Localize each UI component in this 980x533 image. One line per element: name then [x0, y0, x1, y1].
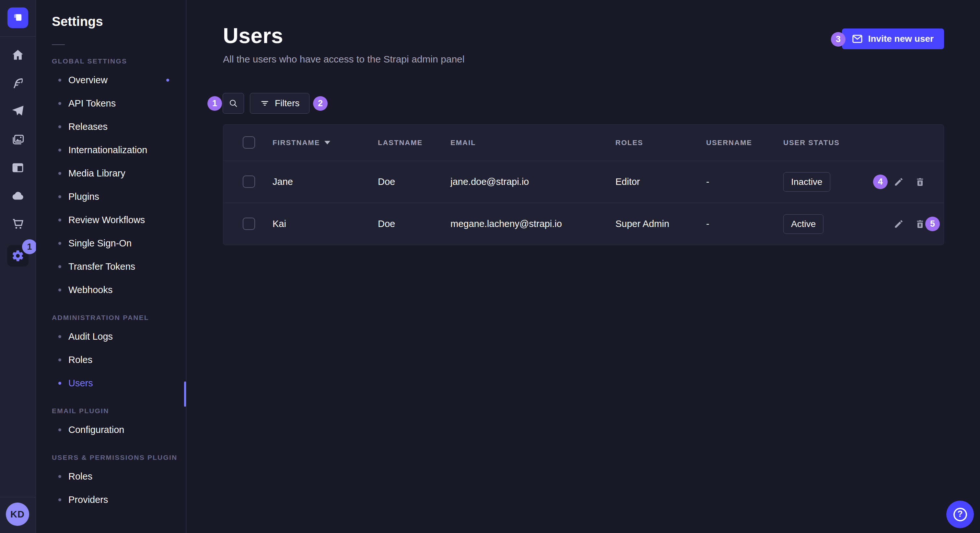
column-header-user-status[interactable]: User status [783, 139, 880, 147]
active-item-indicator [184, 381, 186, 407]
home-icon[interactable] [11, 48, 25, 62]
row-checkbox[interactable] [243, 217, 255, 230]
main-nav-rail: 1 KD [0, 0, 36, 533]
cell-lastname: Doe [378, 176, 450, 187]
help-button[interactable] [946, 501, 974, 528]
sidebar-item-users[interactable]: Users [52, 371, 178, 395]
rail-divider-bottom [0, 497, 36, 497]
sidebar-item-overview[interactable]: Overview [52, 68, 178, 92]
overview-notification-dot [166, 79, 169, 82]
sidebar-item-audit-logs[interactable]: Audit Logs [52, 325, 178, 348]
media-library-icon[interactable] [11, 132, 25, 147]
sidebar-item-internationalization[interactable]: Internationalization [52, 138, 178, 162]
edit-user-button[interactable] [893, 219, 904, 230]
sidebar-item-transfer-tokens[interactable]: Transfer Tokens [52, 255, 178, 278]
cell-firstname: Jane [272, 176, 378, 187]
bullet-icon [58, 382, 61, 385]
filter-icon [260, 98, 270, 108]
sidebar-item-single-sign-on[interactable]: Single Sign-On [52, 232, 178, 255]
step-badge-3: 3 [831, 32, 845, 47]
rail-divider-top [0, 36, 36, 36]
column-header-firstname[interactable]: Firstname [272, 139, 378, 147]
sidebar-item-up-roles[interactable]: Roles [52, 465, 178, 488]
trash-icon [915, 219, 925, 229]
bullet-icon [58, 498, 61, 501]
page-subtitle: All the users who have access to the Str… [223, 54, 465, 65]
settings-gear-icon[interactable]: 1 [7, 245, 29, 266]
page-title: Users [223, 23, 283, 48]
cell-email: megane.lacheny@strapi.io [450, 219, 616, 229]
sidebar-item-review-workflows[interactable]: Review Workflows [52, 208, 178, 232]
trash-icon [915, 177, 925, 187]
cloud-icon[interactable] [11, 189, 25, 203]
column-header-lastname[interactable]: Lastname [378, 139, 450, 147]
section-label-administration-panel: Administration panel [52, 314, 178, 322]
layout-icon[interactable] [11, 160, 25, 175]
step-badge-5: 5 [925, 217, 940, 231]
bullet-icon [58, 265, 61, 268]
settings-notification-badge: 1 [22, 239, 37, 254]
strapi-logo[interactable] [8, 8, 28, 28]
envelope-icon [852, 35, 862, 43]
content-manager-icon[interactable] [11, 76, 25, 90]
sidebar-item-webhooks[interactable]: Webhooks [52, 278, 178, 301]
cell-roles: Super Admin [616, 219, 706, 229]
bullet-icon [58, 125, 61, 128]
pencil-icon [894, 219, 904, 229]
strapi-logo-icon [12, 12, 24, 24]
bullet-icon [58, 428, 61, 431]
sidebar-item-admin-roles[interactable]: Roles [52, 348, 178, 371]
toolbar: Filters [223, 93, 310, 114]
sidebar-item-api-tokens[interactable]: API Tokens [52, 92, 178, 115]
cell-username: - [706, 176, 783, 187]
bullet-icon [58, 219, 61, 222]
question-mark-icon [953, 508, 967, 521]
bullet-icon [58, 102, 61, 105]
send-plane-icon[interactable] [11, 104, 25, 119]
filters-button-label: Filters [275, 98, 299, 108]
column-header-roles[interactable]: Roles [616, 139, 706, 147]
rail-nav-items: 1 [0, 48, 36, 266]
section-label-users-permissions-plugin: Users & Permissions plugin [52, 454, 178, 462]
table-row[interactable]: Jane Doe jane.doe@strapi.io Editor - Ina… [223, 160, 944, 203]
cell-email: jane.doe@strapi.io [450, 176, 616, 187]
status-badge: Active [783, 214, 824, 234]
bullet-icon [58, 335, 61, 338]
invite-new-user-button[interactable]: Invite new user [842, 29, 944, 49]
delete-user-button[interactable] [915, 219, 926, 230]
table-row[interactable]: Kai Doe megane.lacheny@strapi.io Super A… [223, 203, 944, 245]
cell-roles: Editor [616, 176, 706, 187]
pencil-icon [894, 177, 904, 187]
marketplace-cart-icon[interactable] [11, 217, 25, 231]
cell-username: - [706, 219, 783, 229]
sidebar-item-configuration[interactable]: Configuration [52, 418, 178, 441]
delete-user-button[interactable] [915, 176, 926, 187]
step-badge-4: 4 [873, 174, 888, 189]
bullet-icon [58, 475, 61, 478]
section-label-global-settings: Global Settings [52, 57, 178, 65]
step-badge-2: 2 [313, 96, 328, 111]
sidebar-item-plugins[interactable]: Plugins [52, 185, 178, 208]
sidebar-item-providers[interactable]: Providers [52, 488, 178, 511]
sidebar-item-media-library[interactable]: Media Library [52, 162, 178, 185]
bullet-icon [58, 195, 61, 198]
section-label-email-plugin: Email plugin [52, 407, 178, 415]
edit-user-button[interactable] [893, 176, 904, 187]
bullet-icon [58, 172, 61, 175]
bullet-icon [58, 79, 61, 82]
row-checkbox[interactable] [243, 176, 255, 188]
filters-button[interactable]: Filters [250, 93, 310, 114]
column-header-email[interactable]: Email [450, 139, 616, 147]
status-badge: Inactive [783, 172, 830, 192]
strapi-admin-screen: 1 KD Settings Global Settings Overview A… [0, 0, 980, 533]
user-avatar[interactable]: KD [6, 503, 29, 526]
cell-lastname: Doe [378, 219, 450, 229]
users-table: Firstname Lastname Email Roles Username … [223, 124, 944, 245]
column-header-username[interactable]: Username [706, 139, 783, 147]
select-all-checkbox[interactable] [243, 136, 255, 149]
sort-desc-icon [325, 141, 330, 144]
bullet-icon [58, 289, 61, 292]
search-button[interactable] [223, 93, 244, 114]
sidebar-item-releases[interactable]: Releases [52, 115, 178, 138]
main-content: Users All the users who have access to t… [187, 0, 980, 533]
